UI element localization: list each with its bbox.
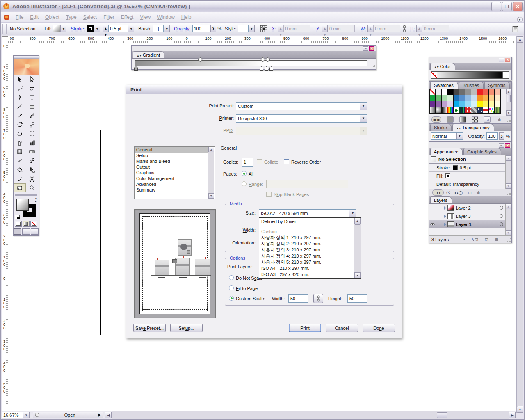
create-sublayer-icon[interactable]: ↳◱ [472, 236, 478, 242]
swatch[interactable] [435, 89, 441, 95]
brush-preview[interactable]: | [153, 25, 164, 32]
fill-stroke-indicator[interactable]: ⤸ [14, 197, 39, 220]
menu-edit[interactable]: Edit [27, 13, 42, 21]
swatch[interactable] [435, 95, 441, 101]
scale-width-field[interactable]: 50 [288, 294, 308, 303]
menu-type[interactable]: Type [63, 13, 80, 21]
white-color-box[interactable] [502, 72, 509, 78]
page-tool[interactable] [14, 183, 26, 192]
swatch[interactable] [483, 101, 489, 107]
pencil-tool[interactable] [26, 111, 38, 120]
show-gradient-swatches-icon[interactable] [459, 116, 466, 123]
appearance-row-fill[interactable]: Fill: [429, 172, 506, 180]
gradient-ramp[interactable] [135, 60, 368, 66]
swatch[interactable] [447, 107, 453, 114]
swatch[interactable] [453, 89, 459, 95]
swatch[interactable] [447, 95, 453, 101]
swatch[interactable] [441, 89, 447, 95]
swap-fill-stroke-icon[interactable]: ⤸ [35, 198, 37, 203]
horizontal-ruler[interactable]: 0080070060050040030020010001002003004005… [8, 36, 516, 43]
dropdown-scrollbar[interactable]: ▲ ▼ [354, 218, 361, 278]
swatch[interactable] [477, 89, 483, 95]
horizontal-scrollbar-thumb[interactable] [437, 412, 447, 418]
panel-resize-grip[interactable] [507, 238, 511, 242]
gradient-stop-icon[interactable] [260, 66, 263, 71]
swatch[interactable] [471, 107, 477, 114]
stroke-link[interactable]: Stroke: [71, 26, 85, 31]
print-section-advanced[interactable]: Advanced [135, 181, 208, 187]
tab-appearance[interactable]: Appearance [430, 148, 463, 155]
swatch[interactable] [429, 95, 436, 101]
size-option[interactable]: 사용자 정의 1: 210 x 297 mm. [259, 235, 354, 241]
color-spectrum-ramp[interactable] [431, 71, 509, 79]
size-option[interactable]: Custom [259, 228, 354, 235]
collapse-arrows-icon[interactable]: ▲▼ [137, 54, 142, 57]
none-color-icon[interactable] [431, 72, 437, 78]
menu-file[interactable]: File [12, 13, 27, 21]
done-button[interactable]: Done [363, 324, 395, 332]
swatch[interactable] [477, 107, 483, 114]
opacity-link[interactable]: Opacity: [174, 26, 190, 31]
duplicate-item-icon[interactable]: ◱ [468, 189, 472, 196]
swatch[interactable] [447, 89, 453, 95]
layer-name[interactable]: Layer 3 [456, 214, 471, 219]
pen-tool[interactable] [14, 93, 26, 102]
scroll-up-icon[interactable]: ▲ [208, 147, 214, 152]
scroll-up-icon[interactable]: ▲ [517, 36, 523, 43]
ruler-origin-box[interactable] [2, 36, 8, 43]
opacity-spinner-icon[interactable]: ❯ [499, 132, 504, 140]
selection-tool[interactable] [14, 75, 26, 84]
print-button[interactable]: Print [289, 324, 321, 332]
layer-row-layer-3[interactable]: Layer 3 [429, 212, 506, 220]
size-option[interactable]: 사용자 정의 3: 210 x 297 mm. [259, 247, 354, 253]
opacity-field[interactable]: 100 [192, 25, 210, 32]
zoom-level-field[interactable]: 16.67% [2, 412, 23, 418]
fit-to-page-radio[interactable] [229, 285, 234, 290]
tab-color[interactable]: ▲▼Color [430, 63, 455, 70]
stroke-dropdown-icon[interactable]: ▼ [94, 25, 100, 32]
zoom-tool[interactable] [26, 183, 38, 192]
copies-field[interactable]: 1 [242, 158, 253, 167]
size-option[interactable]: 사용자 정의 4: 210 x 297 mm. [259, 253, 354, 259]
delete-layer-icon[interactable]: 🗑 [495, 236, 498, 242]
menu-help[interactable]: Help [178, 13, 195, 21]
layer-visibility-toggle[interactable] [429, 212, 436, 220]
status-area[interactable]: Open ▶ [33, 412, 103, 418]
do-not-scale-radio[interactable] [229, 275, 234, 280]
swatch[interactable] [477, 95, 483, 101]
scroll-up-icon[interactable]: ▲ [354, 218, 361, 224]
scroll-right-icon[interactable]: ▶ [509, 412, 516, 418]
show-pattern-swatches-icon[interactable] [472, 116, 478, 123]
scrollbar-thumb[interactable] [355, 224, 360, 233]
scissors-tool[interactable] [26, 174, 38, 183]
save-preset-button[interactable]: Save Preset... [133, 324, 166, 332]
menu-filter[interactable]: Filter [100, 13, 118, 21]
line-tool[interactable] [14, 102, 26, 111]
swatch[interactable] [459, 101, 465, 107]
type-tool[interactable] [26, 93, 38, 102]
eyedropper-tool[interactable] [14, 156, 26, 165]
pages-all-radio[interactable] [242, 171, 247, 176]
style-preview[interactable] [238, 25, 249, 32]
layer-visibility-toggle[interactable] [429, 204, 436, 212]
blend-mode-combo[interactable]: Normal ▼ [431, 132, 463, 140]
swatch[interactable] [471, 89, 477, 95]
swatch[interactable] [429, 89, 436, 95]
fill-dropdown-icon[interactable]: ▼ [60, 25, 66, 32]
print-section-setup[interactable]: Setup [135, 153, 208, 158]
panel-resize-grip[interactable] [507, 192, 511, 196]
disclosure-triangle-icon[interactable] [444, 215, 446, 218]
swatch[interactable] [441, 95, 447, 101]
layer-name[interactable]: Layer 2 [456, 205, 471, 210]
size-option[interactable]: ISO A3 - 297 x 420 mm. [259, 272, 354, 278]
swatch[interactable] [471, 95, 477, 101]
panel-resize-grip[interactable] [507, 119, 511, 123]
gradient-stop-icon[interactable] [134, 66, 138, 71]
swatch[interactable] [459, 107, 465, 114]
custom-scale-radio[interactable] [229, 296, 234, 301]
constrain-link-icon[interactable] [402, 25, 407, 32]
opacity-spinner-icon[interactable]: ❯ [210, 25, 216, 32]
size-option[interactable]: ISO A4 - 210 x 297 mm. [259, 265, 354, 272]
swatch[interactable] [465, 107, 471, 114]
swatch[interactable] [453, 101, 459, 107]
